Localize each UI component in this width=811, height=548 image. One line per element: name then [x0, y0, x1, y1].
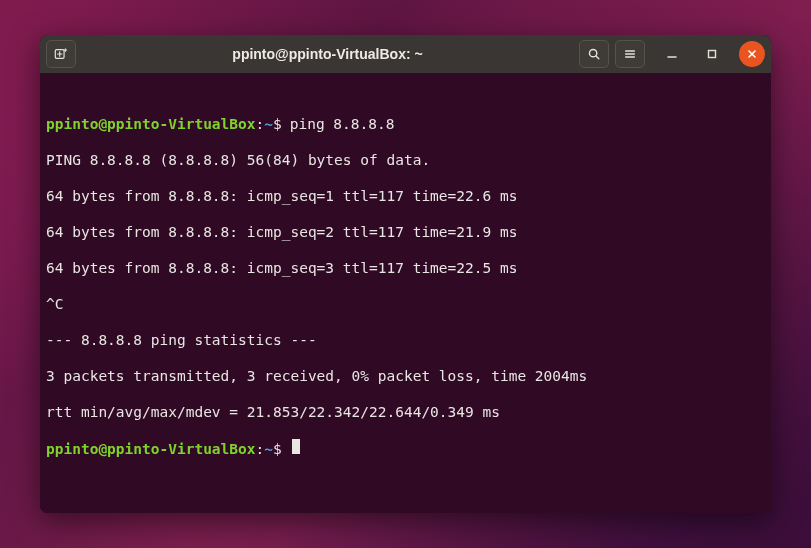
close-button[interactable] — [739, 41, 765, 67]
maximize-button[interactable] — [699, 41, 725, 67]
cursor — [292, 439, 300, 454]
terminal-window: ppinto@ppinto-VirtualBox: ~ — [40, 35, 771, 513]
search-button[interactable] — [579, 40, 609, 68]
output-line: ^C — [46, 295, 765, 313]
new-tab-button[interactable] — [46, 40, 76, 68]
output-line: rtt min/avg/max/mdev = 21.853/22.342/22.… — [46, 403, 765, 421]
window-title: ppinto@ppinto-VirtualBox: ~ — [82, 46, 573, 62]
prompt-sep: : — [256, 440, 265, 458]
prompt-sigil: $ — [273, 440, 282, 458]
output-line: 64 bytes from 8.8.8.8: icmp_seq=2 ttl=11… — [46, 223, 765, 241]
prompt-sigil: $ — [273, 115, 282, 133]
titlebar: ppinto@ppinto-VirtualBox: ~ — [40, 35, 771, 73]
maximize-icon — [707, 49, 717, 59]
output-line: 3 packets transmitted, 3 received, 0% pa… — [46, 367, 765, 385]
prompt-user-host: ppinto@ppinto-VirtualBox — [46, 115, 256, 133]
prompt-line-2: ppinto@ppinto-VirtualBox:~$ — [46, 439, 765, 458]
hamburger-icon — [623, 47, 637, 61]
output-line: 64 bytes from 8.8.8.8: icmp_seq=3 ttl=11… — [46, 259, 765, 277]
new-tab-icon — [54, 47, 68, 61]
output-line: --- 8.8.8.8 ping statistics --- — [46, 331, 765, 349]
output-line: PING 8.8.8.8 (8.8.8.8) 56(84) bytes of d… — [46, 151, 765, 169]
command-text: ping 8.8.8.8 — [290, 115, 395, 133]
svg-rect-7 — [709, 51, 716, 58]
prompt-cwd: ~ — [264, 115, 273, 133]
prompt-cwd: ~ — [264, 440, 273, 458]
output-line: 64 bytes from 8.8.8.8: icmp_seq=1 ttl=11… — [46, 187, 765, 205]
prompt-user-host: ppinto@ppinto-VirtualBox — [46, 440, 256, 458]
terminal-body[interactable]: ppinto@ppinto-VirtualBox:~$ ping 8.8.8.8… — [40, 73, 771, 513]
search-icon — [587, 47, 601, 61]
minimize-button[interactable] — [659, 41, 685, 67]
svg-line-2 — [596, 56, 599, 59]
close-icon — [747, 49, 757, 59]
menu-button[interactable] — [615, 40, 645, 68]
minimize-icon — [667, 49, 677, 59]
prompt-sep: : — [256, 115, 265, 133]
prompt-line-1: ppinto@ppinto-VirtualBox:~$ ping 8.8.8.8 — [46, 115, 765, 133]
